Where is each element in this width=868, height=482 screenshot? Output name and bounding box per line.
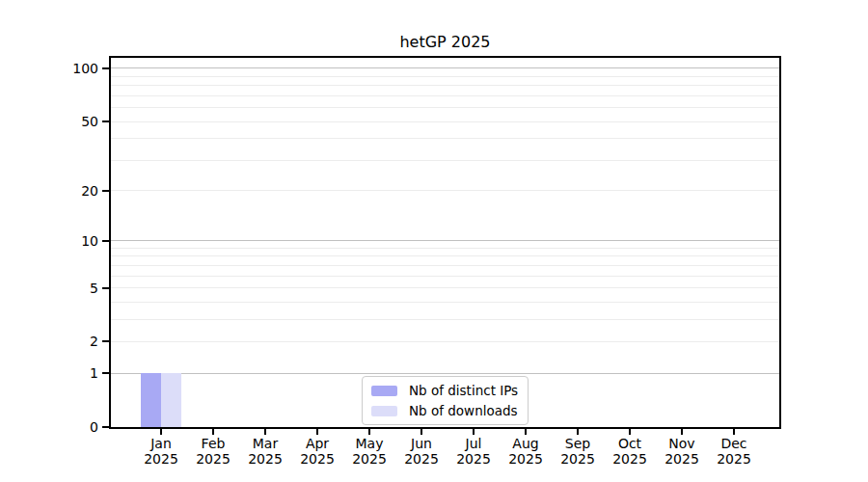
legend-label-downloads: Nb of downloads [409,403,518,418]
y-tick-label-100: 100 [29,60,98,77]
y-tick-label-1: 1 [29,364,98,382]
y-tick-50 [102,120,109,122]
x-tick-nov [681,429,683,435]
chart-figure: hetGP 2025 0125102050100 Jan2025Feb2025M… [0,0,868,482]
y-tick-1 [102,372,109,374]
minor-gridline-40 [111,138,779,139]
minor-gridline-8 [111,255,779,256]
y-tick-2 [102,340,109,342]
minor-gridline-20 [111,190,779,191]
y-tick-label-0: 0 [29,418,98,436]
legend-swatch-downloads-icon [371,406,397,416]
month-label: Dec [703,436,765,451]
minor-gridline-2 [111,341,779,342]
x-tick-may [368,429,370,435]
x-tick-aug [525,429,527,435]
y-tick-label-20: 20 [29,182,98,200]
chart-title: hetGP 2025 [109,33,781,51]
x-tick-mar [264,429,266,435]
minor-gridline-9 [111,248,779,249]
x-tick-label-dec: Dec2025 [703,436,765,467]
bar-jan-downloads [161,373,181,427]
y-tick-5 [102,287,109,289]
minor-gridline-60 [111,107,779,108]
y-tick-100 [102,67,109,69]
year-label: 2025 [703,451,765,467]
legend-entry-distinct-ips: Nb of distinct IPs [371,382,518,399]
y-tick-label-5: 5 [29,280,98,297]
major-gridline-100 [111,67,779,68]
x-tick-sep [577,429,579,435]
minor-gridline-70 [111,95,779,96]
plot-area [111,58,779,427]
legend-entry-downloads: Nb of downloads [371,402,518,419]
legend-label-distinct-ips: Nb of distinct IPs [409,383,518,398]
bar-jan-distinct-ips [141,373,161,427]
legend-swatch-distinct-ips-icon [371,386,397,396]
minor-gridline-3 [111,319,779,320]
x-tick-jan [160,429,162,435]
x-tick-jun [420,429,422,435]
y-tick-20 [102,190,109,192]
x-tick-dec [733,429,735,435]
y-tick-0 [102,426,109,428]
minor-gridline-90 [111,76,779,77]
minor-gridline-80 [111,85,779,86]
minor-gridline-4 [111,302,779,303]
x-tick-apr [316,429,318,435]
x-tick-oct [629,429,631,435]
minor-gridline-50 [111,121,779,122]
minor-gridline-30 [111,160,779,161]
y-tick-label-50: 50 [29,113,98,130]
x-tick-jul [473,429,475,435]
legend: Nb of distinct IPs Nb of downloads [362,376,529,425]
minor-gridline-7 [111,265,779,266]
y-tick-label-2: 2 [29,333,98,350]
x-tick-feb [212,429,214,435]
major-gridline-1 [111,373,779,374]
y-tick-label-10: 10 [29,232,98,250]
y-tick-10 [102,240,109,242]
major-gridline-10 [111,240,779,241]
minor-gridline-6 [111,276,779,277]
minor-gridline-5 [111,287,779,288]
